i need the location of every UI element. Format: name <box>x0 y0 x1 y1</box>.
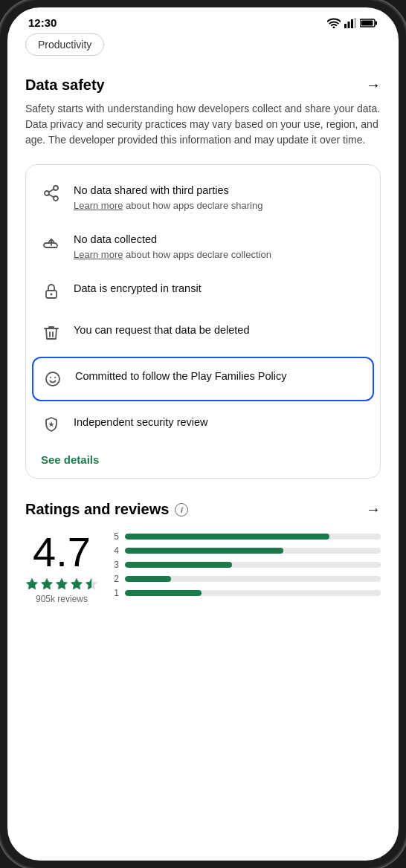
star-5-icon <box>85 577 98 591</box>
svg-marker-21 <box>71 579 83 589</box>
status-bar: 12:30 <box>7 7 399 33</box>
safety-card: No data shared with third parties Learn … <box>25 164 381 479</box>
svg-rect-0 <box>344 24 347 28</box>
bar-row-3: 3 <box>113 560 381 570</box>
trash-icon <box>41 323 62 343</box>
bar-fill-2 <box>125 576 171 582</box>
ratings-header: Ratings and reviews i → <box>25 501 381 518</box>
info-icon[interactable]: i <box>175 503 188 516</box>
security-main: Independent security review <box>74 415 365 430</box>
smiley-icon <box>42 369 63 389</box>
share-icon <box>41 183 62 204</box>
safety-text-no-collected: No data collected Learn more about how a… <box>74 232 365 260</box>
stars-row <box>25 577 98 591</box>
bar-label-2: 2 <box>113 574 119 584</box>
bar-track-2 <box>125 576 381 582</box>
svg-marker-20 <box>57 579 68 589</box>
svg-rect-5 <box>361 20 373 25</box>
no-collected-learn-more[interactable]: Learn more <box>74 249 123 260</box>
deleted-main: You can request that data be deleted <box>74 323 365 338</box>
bar-fill-3 <box>125 562 232 568</box>
safety-item-encrypted: Data is encrypted in transit <box>26 271 380 312</box>
category-chip[interactable]: Productivity <box>25 33 104 56</box>
star-4-icon <box>70 577 83 591</box>
safety-text-no-shared: No data shared with third parties Learn … <box>74 183 365 211</box>
status-time: 12:30 <box>28 16 57 29</box>
rating-number: 4.7 <box>33 531 91 573</box>
bar-label-3: 3 <box>113 560 119 570</box>
content-area: Productivity Data safety → Safety starts… <box>7 33 399 861</box>
upload-icon <box>41 232 62 253</box>
data-safety-header: Data safety → <box>25 77 381 94</box>
ratings-content: 4.7 <box>25 531 381 604</box>
ratings-title: Ratings and reviews <box>25 501 169 518</box>
safety-text-security: Independent security review <box>74 415 365 430</box>
star-2-icon <box>40 577 54 591</box>
safety-text-deleted: You can request that data be deleted <box>74 323 365 338</box>
svg-marker-18 <box>27 579 38 589</box>
bar-fill-5 <box>125 534 329 540</box>
data-safety-arrow-icon[interactable]: → <box>366 77 381 94</box>
encrypted-main: Data is encrypted in transit <box>74 281 365 297</box>
star-3-icon <box>55 577 68 591</box>
phone-screen: 12:30 <box>7 7 399 861</box>
no-shared-sub: Learn more about how apps declare sharin… <box>74 200 365 211</box>
see-details-link[interactable]: See details <box>26 446 380 470</box>
safety-item-deleted: You can request that data be deleted <box>26 312 380 354</box>
safety-text-families: Committed to follow the Play Families Po… <box>75 369 364 384</box>
safety-item-security: Independent security review <box>26 404 380 446</box>
svg-point-16 <box>54 377 56 378</box>
svg-point-13 <box>51 294 53 296</box>
bar-label-1: 1 <box>113 588 119 598</box>
svg-line-11 <box>49 190 54 192</box>
svg-rect-2 <box>351 19 353 28</box>
bar-fill-1 <box>125 590 202 596</box>
svg-line-10 <box>49 195 54 198</box>
svg-rect-1 <box>348 22 350 28</box>
svg-rect-6 <box>376 21 378 25</box>
safety-item-no-shared: No data shared with third parties Learn … <box>26 172 380 221</box>
families-main: Committed to follow the Play Families Po… <box>75 369 364 384</box>
bar-track-4 <box>125 548 381 554</box>
safety-text-encrypted: Data is encrypted in transit <box>74 281 365 297</box>
no-collected-sub: Learn more about how apps declare collec… <box>74 249 365 260</box>
bar-row-1: 1 <box>113 588 381 598</box>
svg-marker-19 <box>42 579 53 589</box>
ratings-title-group: Ratings and reviews i <box>25 501 188 518</box>
reviews-count: 905k reviews <box>36 594 88 604</box>
signal-icon <box>344 18 356 28</box>
data-safety-description: Safety starts with understanding how dev… <box>25 101 381 148</box>
svg-rect-3 <box>355 18 357 28</box>
bar-label-5: 5 <box>113 531 119 542</box>
no-collected-main: No data collected <box>74 232 365 247</box>
safety-item-families[interactable]: Committed to follow the Play Families Po… <box>32 357 374 401</box>
bar-label-4: 4 <box>113 545 119 556</box>
bars-section: 5 4 3 <box>113 531 381 602</box>
data-safety-section: Data safety → Safety starts with underst… <box>25 77 381 479</box>
no-shared-main: No data shared with third parties <box>74 183 365 198</box>
big-rating: 4.7 <box>25 531 98 604</box>
phone-frame: 12:30 <box>0 0 406 868</box>
battery-icon <box>360 18 378 28</box>
svg-marker-17 <box>48 421 54 427</box>
bar-track-5 <box>125 534 381 540</box>
no-shared-learn-more[interactable]: Learn more <box>74 200 123 211</box>
bar-row-4: 4 <box>113 545 381 556</box>
shield-star-icon <box>41 415 62 435</box>
bar-track-1 <box>125 590 381 596</box>
ratings-section: Ratings and reviews i → 4.7 <box>25 501 381 604</box>
category-chip-label: Productivity <box>38 39 91 51</box>
data-safety-title: Data safety <box>25 77 105 94</box>
bar-track-3 <box>125 562 381 568</box>
svg-point-15 <box>50 377 51 378</box>
status-icons <box>327 18 378 28</box>
bar-row-2: 2 <box>113 574 381 584</box>
lock-icon <box>41 281 62 302</box>
safety-item-no-collected: No data collected Learn more about how a… <box>26 221 380 271</box>
svg-point-14 <box>46 372 59 386</box>
bar-row-5: 5 <box>113 531 381 542</box>
bar-fill-4 <box>125 548 283 554</box>
wifi-icon <box>327 18 341 28</box>
ratings-arrow-icon[interactable]: → <box>366 501 381 518</box>
star-1-icon <box>25 577 39 591</box>
